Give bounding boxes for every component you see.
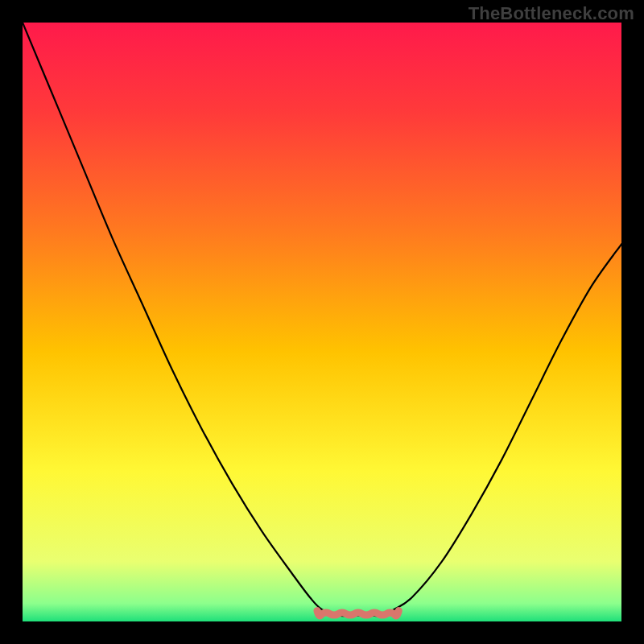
watermark-text: TheBottleneck.com: [469, 3, 634, 24]
chart-background-gradient: [23, 23, 621, 621]
optimal-range-marker: [317, 611, 398, 616]
chart-plot-area: [23, 23, 621, 621]
chart-frame: TheBottleneck.com: [0, 0, 644, 644]
chart-svg: [23, 23, 621, 621]
